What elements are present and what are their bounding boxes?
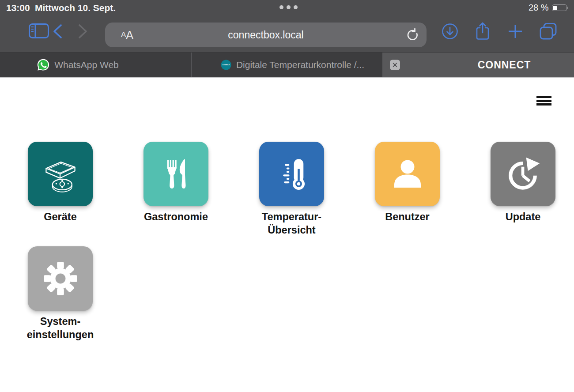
chevron-right-icon: [78, 24, 88, 38]
whatsapp-icon: [37, 59, 49, 71]
page-settings-button[interactable]: AA: [118, 23, 136, 47]
sidebar-icon: [29, 23, 49, 38]
tabs-overview-button[interactable]: [539, 23, 558, 40]
navigation-toolbar: AA connectbox.local: [0, 18, 574, 52]
new-tab-button[interactable]: [508, 24, 523, 39]
url-text: connectbox.local: [105, 29, 427, 41]
sidebar-toggle-button[interactable]: [29, 23, 49, 38]
tab-title: WhatsApp Web: [54, 60, 119, 70]
update-icon: [503, 154, 544, 194]
app-tile-gastronomie[interactable]: Gastronomie: [144, 142, 208, 246]
svg-text:CONNECT: CONNECT: [222, 64, 230, 66]
thermometer-icon: [272, 154, 312, 194]
plus-icon: [508, 24, 523, 39]
tile-label: System-einstellungen: [12, 315, 109, 341]
app-tile-systemeinstellungen[interactable]: System-einstellungen: [28, 246, 93, 351]
app-grid: Geräte Gastronomie: [28, 142, 574, 351]
tile-label: Update: [475, 210, 572, 223]
battery-icon: [552, 4, 569, 11]
close-tab-button[interactable]: [390, 60, 400, 70]
connect-favicon-icon: CONNECT: [221, 60, 231, 70]
tile-label: Benutzer: [359, 210, 456, 223]
status-bar: 13:00 Mittwoch 10. Sept. 28 %: [0, 0, 574, 18]
downloads-button[interactable]: [442, 23, 458, 40]
cutlery-icon: [157, 155, 196, 193]
back-button[interactable]: [53, 24, 62, 38]
tabs-icon: [539, 23, 558, 40]
tile-geraete[interactable]: [28, 142, 93, 206]
tile-label: Temperatur-Übersicht: [243, 210, 340, 237]
tile-label: Gastronomie: [128, 210, 225, 223]
reload-icon: [406, 27, 419, 43]
reload-button[interactable]: [406, 27, 419, 43]
tile-system[interactable]: [28, 246, 93, 311]
share-icon: [475, 22, 491, 41]
app-tile-temperatur-uebersicht[interactable]: Temperatur-Übersicht: [259, 142, 324, 246]
reader-a-large: A: [126, 29, 133, 41]
app-switcher-dots-icon: [279, 5, 298, 9]
download-icon: [442, 23, 458, 40]
app-tile-update[interactable]: Update: [491, 142, 555, 246]
tile-update[interactable]: [491, 142, 555, 206]
tab-title: Digitale Temperaturkontrolle /...: [236, 60, 364, 70]
app-tile-geraete[interactable]: Geräte: [28, 142, 93, 246]
menu-button[interactable]: [536, 96, 551, 106]
battery-percent: 28 %: [529, 3, 549, 13]
clock: 13:00: [6, 3, 30, 13]
user-icon: [388, 154, 427, 194]
tab-digitale-temperaturkontrolle[interactable]: CONNECT Digitale Temperaturkontrolle /..…: [191, 53, 382, 77]
tab-whatsapp-web[interactable]: WhatsApp Web: [0, 53, 191, 77]
forward-button[interactable]: [78, 24, 88, 38]
reader-a-small: A: [121, 30, 126, 39]
tab-title: CONNECT: [478, 59, 531, 71]
gear-icon: [41, 259, 80, 298]
tile-label: Geräte: [12, 210, 109, 223]
page-content: Geräte Gastronomie: [0, 78, 574, 392]
device-icon: [40, 154, 81, 194]
status-right-cluster: 28 %: [529, 3, 568, 13]
share-button[interactable]: [475, 22, 491, 41]
date: Mittwoch 10. Sept.: [35, 3, 116, 13]
chevron-left-icon: [53, 24, 62, 38]
hamburger-icon: [536, 96, 551, 98]
close-icon: [393, 62, 397, 68]
tile-gastronomie[interactable]: [144, 142, 208, 206]
address-bar[interactable]: AA connectbox.local: [105, 23, 427, 47]
tab-connect-active[interactable]: CONNECT: [382, 53, 574, 77]
tab-bar: WhatsApp Web CONNECT Digitale Temperatur…: [0, 52, 574, 78]
tile-benutzer[interactable]: [375, 142, 440, 206]
tile-temperatur[interactable]: [259, 142, 324, 206]
app-tile-benutzer[interactable]: Benutzer: [375, 142, 440, 246]
